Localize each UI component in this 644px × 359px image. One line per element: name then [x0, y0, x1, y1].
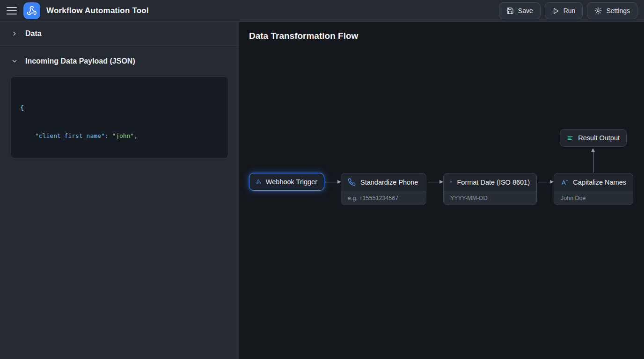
text-case-icon: [561, 178, 568, 187]
node-webhook-trigger[interactable]: Webhook Trigger: [249, 173, 324, 191]
menu-icon[interactable]: [7, 7, 17, 14]
node-standardize-phone[interactable]: Standardize Phone e.g. +15551234567: [341, 173, 426, 205]
connector-capitalize-to-result: [593, 149, 593, 172]
gear-icon: [594, 7, 602, 14]
webhook-icon: [27, 6, 37, 16]
workflow-canvas[interactable]: Data Transformation Flow Result Output: [239, 22, 644, 359]
app-logo: [23, 2, 40, 19]
node-hint: e.g. +15551234567: [341, 191, 426, 205]
node-hint: John Doe: [554, 191, 633, 205]
app-title: Workflow Automation Tool: [46, 6, 149, 15]
calendar-icon: [450, 178, 452, 186]
run-button[interactable]: Run: [545, 2, 583, 19]
chevron-right-icon: [11, 30, 18, 37]
node-capitalize-names[interactable]: Capitalize Names John Doe: [554, 173, 633, 205]
webhook-icon: [256, 178, 261, 186]
json-entry: client_first_namejohn: [20, 131, 219, 141]
topbar: Workflow Automation Tool Save Run: [0, 0, 644, 22]
save-button[interactable]: Save: [499, 2, 541, 19]
phone-icon: [348, 178, 356, 186]
sidebar: Data Incoming Data Payload (JSON) { clie…: [0, 22, 239, 359]
node-hint: YYYY-MM-DD: [444, 191, 536, 205]
play-icon: [552, 7, 559, 14]
node-result-output[interactable]: Result Output: [560, 129, 627, 147]
sidebar-section-payload[interactable]: Incoming Data Payload (JSON): [0, 46, 239, 73]
node-format-date[interactable]: Format Date (ISO 8601) YYYY-MM-DD: [443, 173, 537, 205]
json-open-brace: {: [20, 103, 219, 113]
connector-date-to-names: [538, 182, 553, 182]
save-icon: [506, 7, 514, 14]
canvas-title: Data Transformation Flow: [249, 31, 358, 41]
sidebar-section-label: Incoming Data Payload (JSON): [25, 57, 135, 65]
settings-button[interactable]: Settings: [587, 2, 637, 19]
sidebar-section-label: Data: [25, 29, 42, 38]
chevron-down-icon: [11, 58, 18, 65]
connector-phone-to-date: [427, 182, 442, 182]
json-payload-viewer[interactable]: { client_first_namejohn client_last_name…: [10, 76, 228, 158]
output-lines-icon: [567, 134, 573, 142]
sidebar-section-data[interactable]: Data: [0, 22, 239, 46]
connector-webhook-to-phone: [325, 182, 340, 182]
topbar-actions: Save Run Settings: [499, 2, 637, 19]
workflow-automation-app: Workflow Automation Tool Save Run: [0, 0, 644, 359]
json-code: { client_first_namejohn client_last_name…: [20, 85, 219, 158]
